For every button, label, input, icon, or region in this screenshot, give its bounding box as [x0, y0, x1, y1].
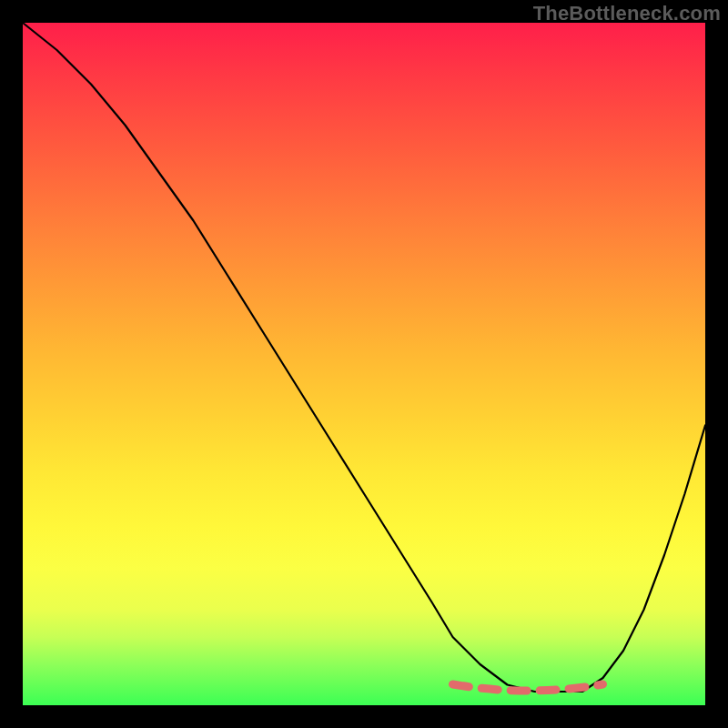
- bottleneck-curve-line: [23, 23, 705, 692]
- bottleneck-chart: [23, 23, 705, 705]
- plot-area: [23, 23, 705, 705]
- trough-highlight: [453, 684, 603, 691]
- chart-frame: TheBottleneck.com: [0, 0, 728, 728]
- watermark-text: TheBottleneck.com: [533, 2, 721, 25]
